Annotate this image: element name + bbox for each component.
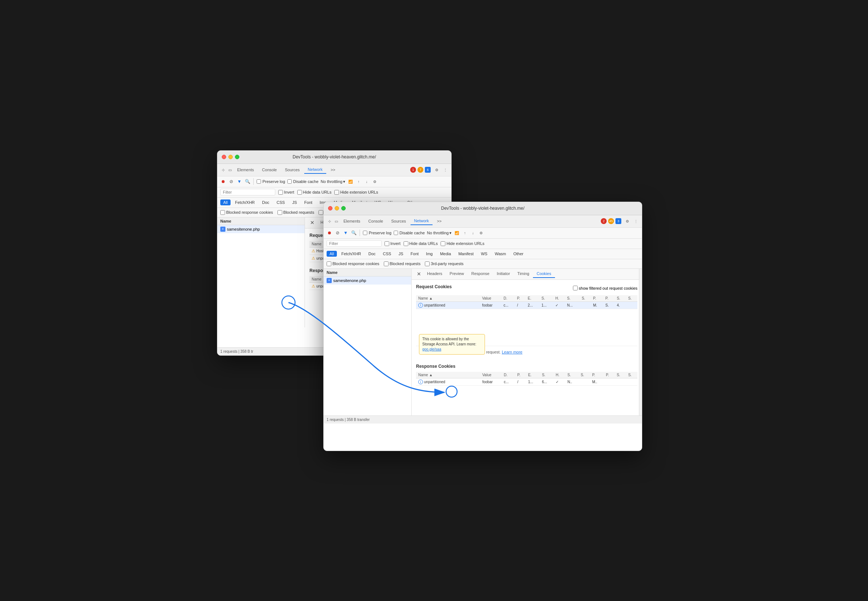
resp-col-s2-2[interactable]: S. — [565, 372, 579, 378]
invert-label-2[interactable]: Invert — [385, 241, 400, 246]
tab-network-1[interactable]: Network — [304, 166, 326, 174]
blocked-requests-label-2[interactable]: Blocked requests — [384, 261, 420, 266]
device-icon[interactable]: ▭ — [227, 167, 233, 173]
blocked-requests-label-1[interactable]: Blocked requests — [277, 210, 314, 215]
type-js-1[interactable]: JS — [289, 200, 300, 205]
tab-more-1[interactable]: >> — [327, 166, 339, 174]
invert-label-1[interactable]: Invert — [278, 190, 294, 195]
maximize-button-1[interactable] — [235, 155, 239, 159]
resp-col-s4-2[interactable]: S. — [614, 372, 626, 378]
col-s2-2[interactable]: S. — [565, 295, 580, 302]
hide-data-urls-checkbox-1[interactable] — [297, 190, 302, 195]
hide-data-urls-label-1[interactable]: Hide data URLs — [297, 190, 332, 195]
clear-icon-1[interactable]: ⊘ — [228, 178, 234, 185]
hide-ext-urls-label-1[interactable]: Hide extension URLs — [334, 190, 378, 195]
type-css-2[interactable]: CSS — [380, 251, 394, 257]
resp-col-s-2[interactable]: S. — [539, 372, 553, 378]
settings-icon-1[interactable]: ⚙ — [434, 167, 440, 173]
learn-more-link[interactable]: Learn more — [502, 350, 522, 354]
col-s5-2[interactable]: S. — [626, 295, 637, 302]
col-name-2[interactable]: Name ▲ — [416, 295, 480, 302]
record-icon-2[interactable]: ⏺ — [327, 230, 332, 236]
col-h-2[interactable]: H. — [553, 295, 565, 302]
scrollbar-2[interactable] — [639, 269, 642, 415]
detail-tab-response-2[interactable]: Response — [468, 270, 493, 278]
detail-close-2[interactable]: ✕ — [414, 271, 423, 277]
close-button-1[interactable] — [222, 155, 226, 159]
col-p3-2[interactable]: P. — [603, 295, 615, 302]
blocked-response-label-2[interactable]: Blocked response cookies — [327, 261, 379, 266]
type-fetch-2[interactable]: Fetch/XHR — [338, 251, 364, 257]
search-icon-1[interactable]: 🔍 — [245, 178, 250, 185]
blocked-response-label-1[interactable]: Blocked response cookies — [220, 210, 273, 215]
type-font-1[interactable]: Font — [301, 200, 315, 205]
table-row[interactable]: i unpartitioned foobar c... / 2... 1... … — [416, 301, 637, 309]
col-d-2[interactable]: D. — [501, 295, 515, 302]
blocked-requests-checkbox-2[interactable] — [384, 261, 388, 266]
invert-checkbox-1[interactable] — [278, 190, 283, 195]
invert-checkbox-2[interactable] — [385, 241, 389, 246]
upload-icon-1[interactable]: ↑ — [356, 178, 361, 185]
filter-icon-2[interactable]: ▼ — [343, 230, 349, 236]
disable-cache-checkbox-2[interactable] — [394, 230, 398, 235]
wifi-icon-2[interactable]: 📶 — [454, 230, 460, 236]
resp-col-s3-2[interactable]: S. — [579, 372, 590, 378]
hide-data-urls-label-2[interactable]: Hide data URLs — [404, 241, 438, 246]
network-settings-icon-2[interactable]: ⚙ — [478, 230, 484, 236]
blocked-requests-checkbox-1[interactable] — [277, 210, 282, 215]
download-icon-2[interactable]: ↓ — [470, 230, 476, 236]
col-e-2[interactable]: E. — [525, 295, 539, 302]
tab-console-1[interactable]: Console — [259, 166, 280, 174]
type-doc-1[interactable]: Doc — [259, 200, 273, 205]
disable-cache-checkbox-1[interactable] — [287, 179, 292, 184]
filter-icon-1[interactable]: ▼ — [236, 178, 242, 185]
table-row[interactable]: i unpartitioned foobar c... / 1... 6... … — [416, 378, 637, 386]
tab-elements-1[interactable]: Elements — [233, 166, 258, 174]
menu-icon-1[interactable]: ⋮ — [442, 167, 448, 173]
resp-col-value-2[interactable]: Value — [480, 372, 502, 378]
filter-input-1[interactable] — [220, 189, 275, 195]
hide-data-urls-checkbox-2[interactable] — [404, 241, 408, 246]
type-fetch-1[interactable]: Fetch/XHR — [232, 200, 258, 205]
third-party-label-2[interactable]: 3rd-party requests — [425, 261, 463, 266]
type-ws-2[interactable]: WS — [478, 251, 490, 257]
col-s-2[interactable]: S. — [539, 295, 553, 302]
disable-cache-label-1[interactable]: Disable cache — [287, 179, 318, 184]
resp-col-p-2[interactable]: P. — [515, 372, 525, 378]
detail-tab-initiator-2[interactable]: Initiator — [493, 270, 513, 278]
type-all-2[interactable]: All — [327, 251, 337, 257]
throttle-select-1[interactable]: No throttling ▾ — [321, 179, 345, 184]
hide-ext-urls-checkbox-1[interactable] — [334, 190, 339, 195]
record-icon-1[interactable]: ⏺ — [220, 178, 226, 185]
resp-col-p3-2[interactable]: P. — [604, 372, 614, 378]
minimize-button-1[interactable] — [228, 155, 233, 159]
resp-col-p2-2[interactable]: P. — [590, 372, 604, 378]
third-party-checkbox-2[interactable] — [425, 261, 429, 266]
hide-ext-urls-label-2[interactable]: Hide extension URLs — [441, 241, 484, 246]
type-img-2[interactable]: Img — [423, 251, 436, 257]
blocked-response-checkbox-1[interactable] — [220, 210, 225, 215]
detail-tab-preview-2[interactable]: Preview — [446, 270, 468, 278]
maximize-button-2[interactable] — [341, 206, 346, 211]
type-all-1[interactable]: All — [220, 200, 231, 205]
cursor-icon-2[interactable]: ⊹ — [327, 218, 332, 224]
type-media-2[interactable]: Media — [437, 251, 454, 257]
resp-col-s5-2[interactable]: S. — [626, 372, 637, 378]
menu-icon-2[interactable]: ⋮ — [633, 218, 639, 224]
show-filtered-label[interactable]: show filtered out request cookies — [573, 286, 637, 290]
col-s3-2[interactable]: S. — [580, 295, 591, 302]
blocked-response-checkbox-2[interactable] — [327, 261, 331, 266]
throttle-select-2[interactable]: No throttling ▾ — [427, 230, 452, 235]
col-value-2[interactable]: Value — [480, 295, 501, 302]
detail-tab-headers-2[interactable]: Headers — [423, 270, 446, 278]
col-s4-2[interactable]: S. — [615, 295, 626, 302]
type-doc-2[interactable]: Doc — [365, 251, 379, 257]
detail-tab-timing-2[interactable]: Timing — [513, 270, 533, 278]
type-js-2[interactable]: JS — [396, 251, 406, 257]
disable-cache-label-2[interactable]: Disable cache — [394, 230, 425, 235]
resp-col-d-2[interactable]: D. — [501, 372, 515, 378]
settings-icon-2[interactable]: ⚙ — [624, 218, 630, 224]
tab-more-2[interactable]: >> — [433, 217, 445, 225]
tab-network-2[interactable]: Network — [411, 217, 432, 225]
third-party-checkbox-1[interactable] — [318, 210, 323, 215]
